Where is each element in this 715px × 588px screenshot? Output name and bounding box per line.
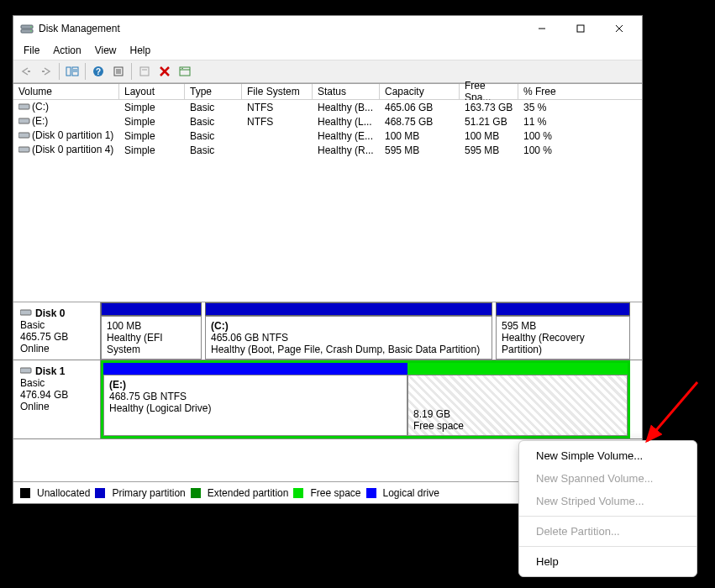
svg-rect-20 bbox=[140, 67, 149, 76]
settings-button[interactable] bbox=[135, 62, 154, 81]
disk-row: Disk 1 Basic 476.94 GB Online (E:) 468.7… bbox=[13, 360, 642, 439]
col-freespace[interactable]: Free Spa... bbox=[460, 84, 518, 100]
partition-free-space[interactable]: 8.19 GB Free space bbox=[407, 375, 628, 436]
volume-list: (C:) Simple Basic NTFS Healthy (B... 465… bbox=[13, 100, 642, 302]
svg-rect-32 bbox=[20, 368, 31, 373]
col-volume[interactable]: Volume bbox=[13, 84, 119, 100]
help-button[interactable]: ? bbox=[89, 62, 108, 81]
disk-management-window: Disk Management File Action View Help ? … bbox=[13, 15, 643, 504]
show-hide-button[interactable] bbox=[63, 62, 81, 81]
legend-unallocated: Unallocated bbox=[37, 487, 90, 499]
svg-rect-30 bbox=[18, 147, 29, 152]
titlebar: Disk Management bbox=[13, 16, 642, 41]
col-status[interactable]: Status bbox=[313, 84, 380, 100]
disk-label[interactable]: Disk 1 Basic 476.94 GB Online bbox=[13, 360, 101, 438]
disk-row: Disk 0 Basic 465.75 GB Online 100 MB bbox=[13, 302, 642, 360]
svg-line-33 bbox=[647, 382, 697, 441]
menu-delete-partition: Delete Partition... bbox=[519, 520, 697, 543]
menu-new-spanned-volume: New Spanned Volume... bbox=[519, 467, 697, 490]
toolbar: ? bbox=[13, 60, 642, 83]
table-row[interactable]: (Disk 0 partition 1) Simple Basic Health… bbox=[13, 129, 642, 143]
graphical-view: Disk 0 Basic 465.75 GB Online 100 MB bbox=[13, 302, 642, 439]
table-row[interactable]: (E:) Simple Basic NTFS Healthy (L... 468… bbox=[13, 114, 642, 129]
partition[interactable]: (E:) 468.75 GB NTFS Healthy (Logical Dri… bbox=[103, 375, 407, 436]
context-menu: New Simple Volume... New Spanned Volume.… bbox=[518, 440, 697, 577]
svg-rect-8 bbox=[28, 71, 30, 72]
col-pctfree[interactable]: % Free bbox=[518, 84, 642, 100]
col-layout[interactable]: Layout bbox=[119, 84, 185, 100]
partition[interactable]: 100 MB Healthy (EFI System bbox=[101, 316, 202, 360]
col-capacity[interactable]: Capacity bbox=[380, 84, 460, 100]
disk-icon bbox=[20, 365, 32, 377]
legend-primary: Primary partition bbox=[112, 487, 185, 499]
svg-rect-10 bbox=[66, 67, 71, 76]
volume-icon bbox=[18, 130, 30, 142]
menu-help[interactable]: Help bbox=[519, 550, 697, 573]
minimize-button[interactable] bbox=[523, 16, 561, 41]
table-row[interactable]: (Disk 0 partition 4) Simple Basic Health… bbox=[13, 143, 642, 157]
legend-free: Free space bbox=[310, 487, 360, 499]
table-row[interactable]: (C:) Simple Basic NTFS Healthy (B... 465… bbox=[13, 100, 642, 114]
properties-button[interactable] bbox=[176, 62, 194, 81]
disk-label[interactable]: Disk 0 Basic 465.75 GB Online bbox=[13, 302, 101, 360]
disk-icon bbox=[20, 307, 32, 319]
partition[interactable]: (C:) 465.06 GB NTFS Healthy (Boot, Page … bbox=[205, 316, 492, 360]
menu-view[interactable]: View bbox=[88, 43, 124, 58]
refresh-button[interactable] bbox=[109, 62, 128, 81]
delete-button[interactable] bbox=[155, 62, 174, 81]
volume-icon bbox=[18, 102, 30, 113]
partition[interactable]: 595 MB Healthy (Recovery Partition) bbox=[496, 316, 630, 360]
svg-point-3 bbox=[30, 30, 32, 32]
back-button[interactable] bbox=[17, 62, 35, 81]
col-filesystem[interactable]: File System bbox=[242, 84, 313, 100]
svg-rect-5 bbox=[577, 25, 584, 32]
window-title: Disk Management bbox=[39, 23, 523, 34]
svg-text:?: ? bbox=[96, 67, 101, 76]
svg-rect-24 bbox=[180, 67, 190, 76]
legend-logical: Logical drive bbox=[383, 487, 439, 499]
volume-icon bbox=[18, 144, 30, 156]
svg-rect-28 bbox=[18, 118, 29, 123]
maximize-button[interactable] bbox=[561, 16, 600, 41]
volume-icon bbox=[18, 116, 30, 128]
app-icon bbox=[20, 22, 34, 35]
menubar: File Action View Help bbox=[13, 41, 642, 60]
legend-extended: Extended partition bbox=[208, 487, 289, 499]
menu-file[interactable]: File bbox=[17, 43, 46, 58]
forward-button[interactable] bbox=[37, 62, 55, 81]
col-type[interactable]: Type bbox=[185, 84, 242, 100]
menu-new-simple-volume[interactable]: New Simple Volume... bbox=[519, 444, 697, 467]
volume-list-header: Volume Layout Type File System Status Ca… bbox=[13, 83, 642, 100]
svg-rect-31 bbox=[20, 310, 31, 315]
close-button[interactable] bbox=[600, 16, 639, 41]
menu-new-striped-volume: New Striped Volume... bbox=[519, 490, 697, 512]
svg-point-2 bbox=[30, 26, 32, 28]
svg-rect-29 bbox=[18, 133, 29, 138]
svg-point-26 bbox=[181, 68, 183, 70]
svg-rect-9 bbox=[42, 71, 45, 72]
menu-action[interactable]: Action bbox=[46, 43, 87, 58]
svg-rect-27 bbox=[18, 104, 29, 109]
menu-help[interactable]: Help bbox=[124, 43, 158, 58]
